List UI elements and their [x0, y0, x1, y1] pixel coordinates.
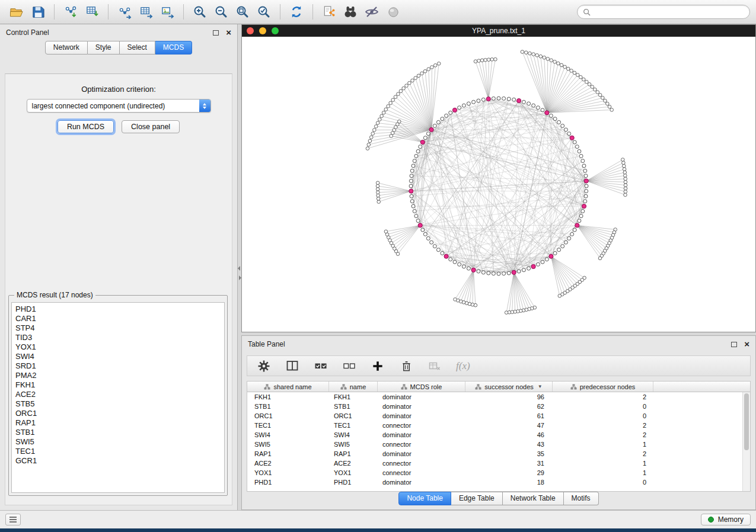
table-cell[interactable]: 2	[553, 393, 653, 400]
table-row[interactable]: RAP1RAP1dominator352	[247, 449, 742, 459]
memory-button[interactable]: Memory	[701, 514, 751, 525]
table-cell[interactable]: YOX1	[247, 469, 329, 476]
run-mcds-button[interactable]: Run MCDS	[58, 120, 114, 133]
table-row[interactable]: PHD1PHD1dominator180	[247, 477, 742, 487]
table-cell[interactable]: dominator	[378, 431, 465, 438]
tab-motifs[interactable]: Motifs	[564, 492, 599, 505]
deselect-all-button[interactable]	[342, 359, 356, 373]
maximize-window-icon[interactable]	[272, 27, 279, 34]
network-window-titlebar[interactable]: YPA_prune.txt_1	[242, 25, 755, 37]
delete-column-button[interactable]	[399, 359, 413, 373]
table-cell[interactable]: 0	[553, 403, 653, 410]
column-header-successor-nodes[interactable]: successor nodes ▼	[465, 382, 553, 392]
zoom-in-button[interactable]	[189, 2, 210, 21]
float-window-icon[interactable]	[731, 342, 737, 347]
table-cell[interactable]: dominator	[378, 412, 465, 419]
table-cell[interactable]: 62	[465, 403, 553, 410]
table-row[interactable]: SWI5SWI5connector431	[247, 440, 742, 449]
table-cell[interactable]: 35	[465, 450, 553, 457]
table-row[interactable]: FKH1FKH1dominator962	[247, 392, 742, 402]
table-cell[interactable]: 0	[553, 479, 653, 486]
open-session-button[interactable]	[6, 2, 27, 21]
table-row[interactable]: SWI4SWI4dominator462	[247, 430, 742, 440]
table-scrollbar[interactable]	[742, 392, 750, 491]
add-column-button[interactable]	[371, 359, 385, 373]
table-cell[interactable]: dominator	[378, 393, 465, 400]
table-cell[interactable]: connector	[378, 422, 465, 429]
table-row[interactable]: STB1STB1dominator620	[247, 402, 742, 411]
table-cell[interactable]: STB1	[247, 403, 329, 410]
mcds-result-item[interactable]: TID3	[15, 333, 224, 342]
close-panel-icon[interactable]: ×	[744, 341, 749, 347]
tab-network-table[interactable]: Network Table	[503, 492, 564, 505]
mcds-result-item[interactable]: CAR1	[15, 314, 224, 323]
mcds-result-item[interactable]: PMA2	[15, 371, 224, 380]
zoom-out-button[interactable]	[210, 2, 232, 21]
scrollbar-thumb[interactable]	[744, 393, 749, 450]
close-panel-icon[interactable]: ×	[226, 30, 231, 36]
export-image-button[interactable]	[157, 2, 178, 21]
table-settings-button[interactable]	[257, 359, 271, 373]
table-cell[interactable]: SWI5	[329, 441, 378, 448]
sort-indicator-icon[interactable]: ▼	[538, 384, 543, 389]
table-cell[interactable]: ORC1	[329, 412, 378, 419]
table-cell[interactable]: 1	[553, 469, 653, 476]
table-cell[interactable]: YOX1	[329, 469, 378, 476]
split-panel-button[interactable]	[285, 359, 299, 373]
table-row[interactable]: ORC1ORC1dominator610	[247, 411, 742, 421]
collapse-left-icon[interactable]	[238, 266, 240, 271]
close-panel-button[interactable]: Close panel	[122, 120, 180, 133]
search-network-button[interactable]	[340, 2, 361, 21]
hide-graphics-button[interactable]	[361, 2, 382, 21]
mcds-result-item[interactable]: ORC1	[15, 409, 224, 418]
save-session-button[interactable]	[27, 2, 49, 21]
mcds-result-item[interactable]: SWI5	[15, 437, 224, 447]
optimization-criterion-dropdown[interactable]: largest connected component (undirected)	[27, 99, 211, 113]
mcds-result-item[interactable]: SWI4	[15, 352, 224, 361]
table-cell[interactable]: PHD1	[329, 479, 378, 486]
zoom-fit-button[interactable]	[253, 2, 275, 21]
mcds-result-item[interactable]: ACE2	[15, 390, 224, 399]
mcds-result-item[interactable]: FKH1	[15, 380, 224, 390]
mcds-result-item[interactable]: RAP1	[15, 418, 224, 428]
show-graphics-button[interactable]	[382, 2, 404, 21]
table-cell[interactable]: 46	[465, 431, 553, 438]
table-cell[interactable]: 47	[465, 422, 553, 429]
table-cell[interactable]: STB1	[329, 403, 378, 410]
table-cell[interactable]: SWI4	[247, 431, 329, 438]
close-window-icon[interactable]	[247, 27, 254, 34]
import-table-button[interactable]	[81, 2, 103, 21]
mcds-result-item[interactable]: STB5	[15, 399, 224, 409]
export-network-button[interactable]	[114, 2, 135, 21]
tab-style[interactable]: Style	[88, 41, 120, 55]
table-cell[interactable]: 0	[553, 412, 653, 419]
table-cell[interactable]: ACE2	[329, 460, 378, 467]
column-header-mcds-role[interactable]: MCDS role	[378, 382, 465, 392]
table-cell[interactable]: 43	[465, 441, 553, 448]
table-cell[interactable]: dominator	[378, 450, 465, 457]
table-cell[interactable]: ACE2	[247, 460, 329, 467]
refresh-view-button[interactable]	[286, 2, 307, 21]
table-cell[interactable]: 96	[465, 393, 553, 400]
table-cell[interactable]: TEC1	[329, 422, 378, 429]
zoom-selected-button[interactable]	[232, 2, 253, 21]
column-header-shared-name[interactable]: shared name	[247, 382, 329, 392]
table-cell[interactable]: 18	[465, 479, 553, 486]
network-canvas[interactable]	[242, 37, 755, 332]
select-all-button[interactable]	[314, 359, 328, 373]
table-cell[interactable]: 29	[465, 469, 553, 476]
table-cell[interactable]: RAP1	[247, 450, 329, 457]
table-cell[interactable]: 2	[553, 422, 653, 429]
table-cell[interactable]: SWI5	[247, 441, 329, 448]
table-cell[interactable]: TEC1	[247, 422, 329, 429]
table-cell[interactable]: PHD1	[247, 479, 329, 486]
tab-node-table[interactable]: Node Table	[398, 492, 451, 505]
dropdown-stepper-icon[interactable]	[199, 100, 210, 112]
column-header-name[interactable]: name	[329, 382, 378, 392]
tab-mcds[interactable]: MCDS	[155, 41, 192, 55]
tab-network[interactable]: Network	[45, 41, 88, 55]
global-search[interactable]	[577, 5, 750, 19]
table-row[interactable]: ACE2ACE2connector311	[247, 459, 742, 468]
mcds-result-item[interactable]: STB1	[15, 428, 224, 437]
tab-edge-table[interactable]: Edge Table	[451, 492, 503, 505]
